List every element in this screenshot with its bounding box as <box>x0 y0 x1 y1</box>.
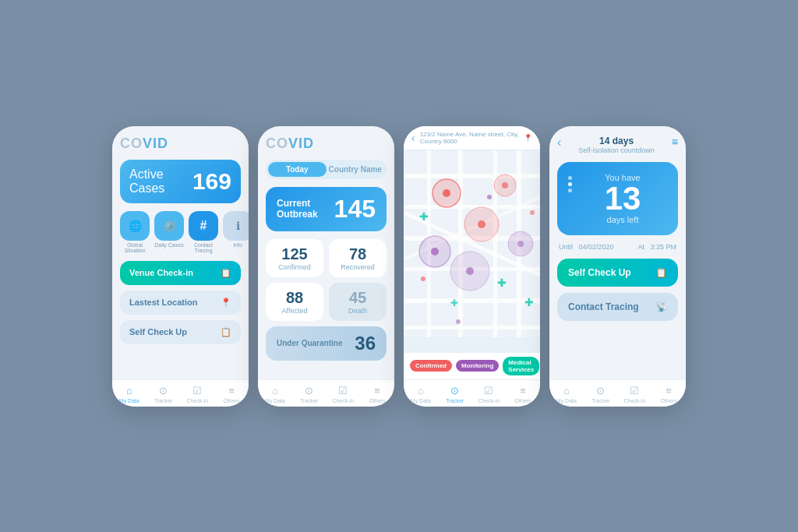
nav-tracker-4[interactable]: ⊙ Tracker <box>584 385 618 403</box>
svg-point-31 <box>530 210 535 215</box>
affected-num: 88 <box>274 289 316 307</box>
checkup-icon-4: 📋 <box>655 267 667 278</box>
affected-label: Affected <box>274 307 316 315</box>
nav-mydata-label-2: My Data <box>265 398 285 403</box>
active-cases-number: 169 <box>192 168 231 195</box>
nav-checkin-4[interactable]: ☑ Check-in <box>618 385 652 403</box>
bottom-nav-3: ⌂ My Data ⊙ Tracker ☑ Check-in ≡ Others <box>404 379 540 407</box>
tracker-icon-3: ⊙ <box>450 385 459 396</box>
svg-point-24 <box>517 241 524 247</box>
nav-tracker-3[interactable]: ⊙ Tracker <box>438 385 472 403</box>
home-icon-4: ⌂ <box>563 385 570 396</box>
svg-text:✚: ✚ <box>419 210 429 223</box>
map-header: ‹ 123/2 Name Ave. Name street, City, Cou… <box>404 126 540 150</box>
dot-3 <box>568 188 572 192</box>
icon-info[interactable]: ℹ Info <box>223 211 249 253</box>
confirmed-card: 125 Confirmed <box>266 239 323 277</box>
nav-checkin-3[interactable]: ☑ Check-in <box>472 385 507 403</box>
until-row: Until 04/02/2020 At 3:25 PM <box>557 243 678 251</box>
nav-tracker-label-2: Tracker <box>300 398 318 403</box>
contact-tracing-btn-4[interactable]: Contact Tracing 📡 <box>557 293 678 321</box>
nav-tracker-label-4: Tracker <box>591 398 609 403</box>
menu-hamburger-icon[interactable]: ≡ <box>672 136 678 148</box>
phone-2: COVID Today Country Name Current Outbrea… <box>258 126 394 407</box>
self-checkup-btn-1[interactable]: Self Check Up 📋 <box>120 320 241 344</box>
self-checkup-btn-4[interactable]: Self Check Up 📋 <box>557 259 678 287</box>
active-cases-card: Active Cases 169 <box>120 160 241 203</box>
nav-mydata-label-1: My Data <box>119 398 139 403</box>
nav-checkin-label-3: Check-in <box>478 398 500 403</box>
isolation-title-block: 14 days Self-isolation countdown <box>578 136 655 154</box>
latest-location-label: Lastest Location <box>129 298 197 307</box>
location-pin-icon: 📍 <box>524 134 532 142</box>
back-arrow-3[interactable]: ‹ <box>411 132 415 144</box>
nav-tracker-2[interactable]: ⊙ Tracker <box>292 385 327 403</box>
death-label: Death <box>337 307 379 315</box>
venue-checkin-btn[interactable]: Venue Check-in 📋 <box>120 261 241 285</box>
isolation-header: ‹ 14 days Self-isolation countdown ≡ <box>557 136 678 154</box>
nav-tracker-label-1: Tracker <box>154 398 172 403</box>
nav-others-1[interactable]: ≡ Others <box>214 385 249 403</box>
back-arrow-4[interactable]: ‹ <box>557 136 561 150</box>
bottom-nav-4: ⌂ My Data ⊙ Tracker ☑ Check-in ≡ Others <box>549 379 686 407</box>
map-address: 123/2 Name Ave. Name street, City, Count… <box>420 131 519 145</box>
nav-mydata-2[interactable]: ⌂ My Data <box>258 385 292 403</box>
bottom-nav-2: ⌂ My Data ⊙ Tracker ☑ Check-in ≡ Others <box>258 379 394 407</box>
map-legend: Confirmed Monitoring Medical Services · <box>404 353 540 379</box>
svg-point-29 <box>421 277 425 281</box>
global-icon[interactable]: 🌐 <box>120 211 150 241</box>
others-icon-2: ≡ <box>374 385 380 396</box>
nav-mydata-label-4: My Data <box>556 398 577 403</box>
icon-global[interactable]: 🌐 Global Situation <box>120 211 150 253</box>
tracker-icon-1: ⊙ <box>159 385 168 396</box>
nav-mydata-3[interactable]: ⌂ My Data <box>404 385 438 403</box>
countdown-content: You have 13 days left <box>578 173 667 224</box>
nav-checkin-1[interactable]: ☑ Check-in <box>181 385 215 403</box>
svg-point-32 <box>456 319 461 324</box>
confirmed-label: Confirmed <box>274 263 316 271</box>
nav-others-3[interactable]: ≡ Others <box>506 385 540 403</box>
nav-checkin-label-1: Check-in <box>187 398 209 403</box>
outbreak-title: Current Outbreak <box>277 198 334 220</box>
svg-text:✚: ✚ <box>524 296 534 308</box>
nav-mydata-1[interactable]: ⌂ My Data <box>112 385 147 403</box>
info-label: Info <box>233 242 242 248</box>
quarantine-card: Under Quarantine 36 <box>266 326 387 361</box>
until-date: 04/02/2020 <box>579 243 614 251</box>
svg-point-14 <box>443 189 450 197</box>
nav-others-label-4: Others <box>661 398 677 403</box>
map-svg: ✚ ✚ ✚ ✚ <box>404 150 540 337</box>
daily-cases-icon[interactable]: ⚙️ <box>154 211 184 241</box>
nav-checkin-label-2: Check-in <box>333 398 355 403</box>
nav-mydata-4[interactable]: ⌂ My Data <box>549 385 584 403</box>
logo-vid-2: VID <box>288 136 314 151</box>
tab-today[interactable]: Today <box>268 162 327 177</box>
nav-others-4[interactable]: ≡ Others <box>651 385 686 403</box>
svg-point-18 <box>502 182 508 188</box>
home-icon-2: ⌂ <box>272 385 278 396</box>
logo-vid: VID <box>143 136 168 151</box>
others-icon-1: ≡ <box>228 385 235 396</box>
phone-4: ‹ 14 days Self-isolation countdown ≡ You… <box>549 126 686 407</box>
nav-checkin-2[interactable]: ☑ Check-in <box>327 385 361 403</box>
legend-confirmed: Confirmed <box>410 360 452 372</box>
tab-country[interactable]: Country Name <box>327 162 385 177</box>
recovered-card: 78 Recovered <box>329 239 387 277</box>
latest-location-btn[interactable]: Lastest Location 📍 <box>120 291 241 315</box>
nav-others-2[interactable]: ≡ Others <box>360 385 394 403</box>
global-label: Global Situation <box>120 242 150 253</box>
tracker-icon-2: ⊙ <box>305 385 313 396</box>
legend-monitoring: Monitoring <box>456 360 499 372</box>
map-area[interactable]: ✚ ✚ ✚ ✚ <box>404 150 540 353</box>
countdown-card: You have 13 days left <box>557 162 678 235</box>
info-icon[interactable]: ℹ <box>223 211 249 241</box>
nav-tracker-1[interactable]: ⊙ Tracker <box>147 385 181 403</box>
checkin-icon-2: ☑ <box>338 385 348 396</box>
icon-contact[interactable]: # Contact Tracing <box>189 211 218 253</box>
self-checkup-label-1: Self Check Up <box>129 327 187 336</box>
icon-daily[interactable]: ⚙️ Daily Cases <box>154 211 184 253</box>
quarantine-num: 36 <box>355 333 376 354</box>
contact-tracing-icon[interactable]: # <box>189 211 218 241</box>
home-icon-3: ⌂ <box>418 385 424 396</box>
venue-icon: 📋 <box>221 268 231 278</box>
